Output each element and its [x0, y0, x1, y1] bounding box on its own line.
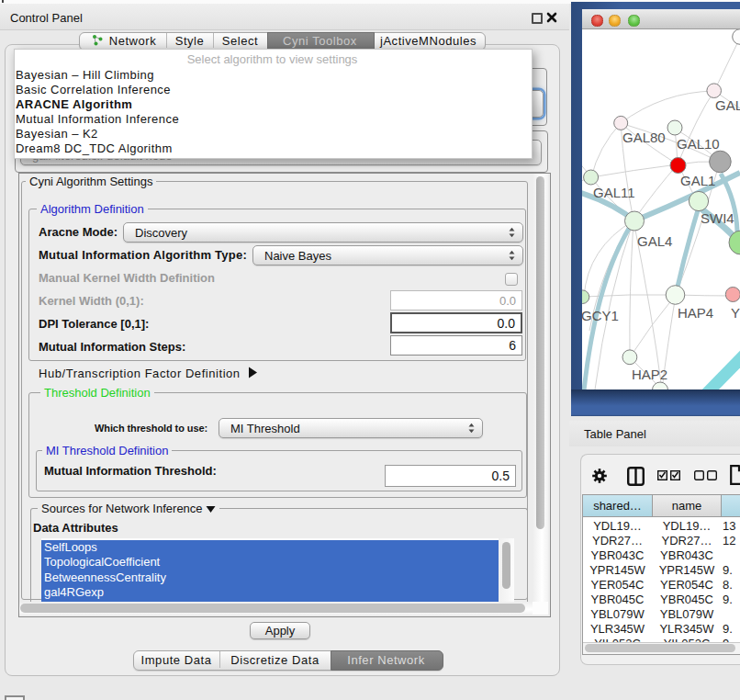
svg-text:GAL80: GAL80 — [622, 130, 666, 145]
svg-text:GAL7: GAL7 — [715, 97, 740, 113]
svg-text:GAL4: GAL4 — [637, 233, 672, 249]
svg-text:GAL1: GAL1 — [680, 173, 715, 188]
svg-text:Y: Y — [731, 305, 740, 321]
svg-text:HAP2: HAP2 — [632, 367, 667, 382]
svg-text:GAL11: GAL11 — [593, 185, 635, 200]
svg-text:GAL10: GAL10 — [677, 136, 720, 152]
svg-text:GCY1: GCY1 — [582, 308, 619, 323]
svg-text:SWI4: SWI4 — [701, 210, 734, 226]
svg-text:HAP4: HAP4 — [678, 305, 713, 321]
